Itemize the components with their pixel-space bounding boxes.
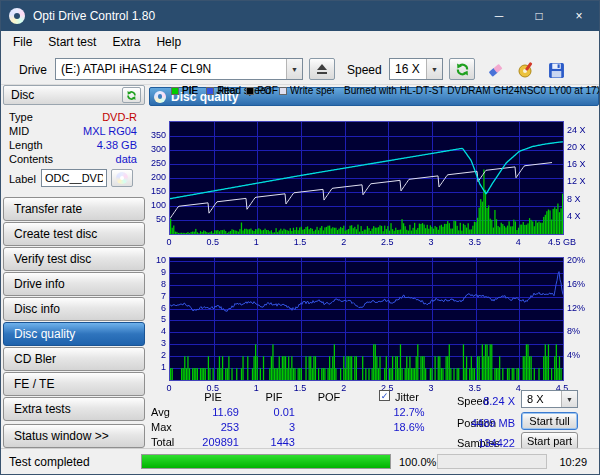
test-speed-select-value: 8 X bbox=[522, 393, 561, 405]
axis-tick-label: 200 bbox=[147, 172, 166, 182]
legend-swatch-pif bbox=[171, 87, 179, 95]
test-speed-select[interactable]: 8 X ▼ bbox=[521, 390, 578, 408]
sidebar-item-drive-info[interactable]: Drive info bbox=[3, 272, 145, 296]
axis-tick-label: 1 bbox=[236, 237, 276, 247]
sidebar-item-transfer-rate[interactable]: Transfer rate bbox=[3, 197, 145, 221]
disc-info-mid: MID MXL RG04 bbox=[9, 125, 137, 138]
cd-icon bbox=[116, 172, 128, 184]
disc-panel-title: Disc bbox=[11, 88, 34, 102]
axis-tick-label: 8% bbox=[567, 326, 599, 336]
disc-quality-icon bbox=[154, 91, 166, 103]
axis-tick-label: 150 bbox=[147, 186, 166, 196]
jitter-checkbox[interactable]: ✓ bbox=[379, 390, 390, 401]
app-window: Opti Drive Control 1.80 ─ □ × File Start… bbox=[0, 0, 600, 475]
legend-swatch-pof bbox=[246, 87, 254, 95]
info-value: DVD-R bbox=[102, 111, 137, 124]
start-full-button[interactable]: Start full bbox=[521, 412, 578, 430]
progress-percent: 100.0% bbox=[399, 456, 436, 468]
disc-pencil-icon bbox=[517, 61, 535, 79]
maximize-button[interactable]: □ bbox=[519, 1, 559, 31]
legend-label: POF bbox=[257, 85, 278, 96]
secondary-progress-panel bbox=[437, 454, 547, 469]
info-value: data bbox=[116, 153, 137, 166]
disc-info-length: Length 4.38 GB bbox=[9, 139, 137, 152]
speed-select[interactable]: 16 X ▼ bbox=[389, 58, 443, 80]
sidebar-item-fe-te[interactable]: FE / TE bbox=[3, 372, 145, 396]
max-pie-value: 253 bbox=[177, 421, 239, 433]
disc-info-type: Type DVD-R bbox=[9, 111, 137, 124]
status-window-button[interactable]: Status window >> bbox=[3, 424, 145, 448]
avg-jitter-value: 12.7% bbox=[379, 406, 439, 418]
test-disc-button[interactable] bbox=[515, 59, 537, 81]
menu-start-test[interactable]: Start test bbox=[40, 32, 104, 52]
chevron-down-icon: ▼ bbox=[561, 391, 577, 407]
sidebar-item-disc-info[interactable]: Disc info bbox=[3, 297, 145, 321]
axis-tick-label: 3.5 bbox=[455, 383, 495, 393]
axis-tick-label: 4% bbox=[567, 350, 599, 360]
drive-label: Drive bbox=[19, 63, 47, 77]
speed-stat-value: 8.24 X bbox=[477, 395, 515, 407]
disc-info-contents: Contents data bbox=[9, 153, 137, 166]
minimize-button[interactable]: ─ bbox=[479, 1, 519, 31]
axis-tick-label: 0.5 bbox=[193, 237, 233, 247]
max-pif-value: 3 bbox=[249, 421, 295, 433]
axis-tick-label: 24 X bbox=[567, 125, 599, 135]
speed-select-value: 16 X bbox=[390, 62, 426, 76]
sidebar: Disc Type DVD-R MID MXL RG04 Length 4.38… bbox=[1, 85, 147, 450]
eject-button[interactable] bbox=[309, 58, 335, 80]
axis-tick-label: 300 bbox=[147, 144, 166, 154]
pif-chart-legend: PIF Jitter POF bbox=[171, 85, 278, 96]
legend-swatch-jitter bbox=[206, 87, 214, 95]
axis-tick-label: 5 bbox=[147, 314, 166, 324]
sidebar-item-disc-quality[interactable]: Disc quality bbox=[3, 322, 145, 346]
axis-tick-label: 16 X bbox=[567, 159, 599, 169]
refresh-disc-button[interactable] bbox=[122, 87, 141, 103]
total-pie-value: 209891 bbox=[177, 436, 239, 448]
info-label: MID bbox=[9, 125, 29, 138]
axis-tick-label: 100 bbox=[147, 200, 166, 210]
legend-pif: PIF bbox=[171, 85, 198, 96]
pif-chart-canvas bbox=[169, 257, 564, 381]
stats-header-jitter: Jitter bbox=[395, 391, 419, 403]
menu-extra[interactable]: Extra bbox=[104, 32, 148, 52]
axis-tick-label: 12% bbox=[567, 303, 599, 313]
save-button[interactable] bbox=[545, 59, 567, 81]
close-button[interactable]: × bbox=[559, 1, 599, 31]
axis-tick-label: 20% bbox=[567, 255, 599, 265]
status-text: Test completed bbox=[9, 455, 90, 469]
axis-tick-label: 50 bbox=[147, 214, 166, 224]
max-jitter-value: 18.6% bbox=[379, 421, 439, 433]
axis-tick-label: 3 bbox=[411, 237, 451, 247]
sidebar-item-cd-bler[interactable]: CD Bler bbox=[3, 347, 145, 371]
app-icon bbox=[9, 8, 25, 24]
chevron-down-icon: ▼ bbox=[426, 59, 442, 79]
axis-tick-label: 3 bbox=[147, 338, 166, 348]
sidebar-item-create-test-disc[interactable]: Create test disc bbox=[3, 222, 145, 246]
axis-tick-label: 2 bbox=[147, 350, 166, 360]
legend-label: Jitter bbox=[217, 85, 239, 96]
avg-pif-value: 0.01 bbox=[249, 406, 295, 418]
disc-label-button[interactable] bbox=[111, 169, 133, 187]
disc-panel-header: Disc bbox=[3, 85, 145, 105]
erase-disc-button[interactable] bbox=[485, 59, 507, 81]
menu-file[interactable]: File bbox=[5, 32, 40, 52]
axis-tick-label: 20 X bbox=[567, 142, 599, 152]
axis-tick-label: 9 bbox=[147, 267, 166, 277]
sidebar-item-verify-test-disc[interactable]: Verify test disc bbox=[3, 247, 145, 271]
legend-label: Write speed bbox=[290, 85, 334, 96]
refresh-speeds-button[interactable] bbox=[449, 58, 475, 80]
axis-tick-label: 8 X bbox=[567, 194, 599, 204]
disc-label-input[interactable] bbox=[41, 169, 107, 187]
drive-select[interactable]: (E:) ATAPI iHAS124 F CL9N ▼ bbox=[55, 58, 303, 80]
legend-write-speed: Write speed bbox=[279, 85, 334, 96]
info-label: Type bbox=[9, 111, 33, 124]
sidebar-item-extra-tests[interactable]: Extra tests bbox=[3, 397, 145, 421]
menu-help[interactable]: Help bbox=[148, 32, 189, 52]
stats-row-label: Total bbox=[151, 436, 174, 448]
axis-tick-label: 8 bbox=[147, 279, 166, 289]
legend-jitter: Jitter bbox=[206, 85, 239, 96]
eject-icon bbox=[316, 64, 328, 75]
axis-tick-label: 0 bbox=[149, 237, 189, 247]
axis-tick-label: 350 bbox=[147, 130, 166, 140]
chevron-down-icon: ▼ bbox=[286, 59, 302, 79]
